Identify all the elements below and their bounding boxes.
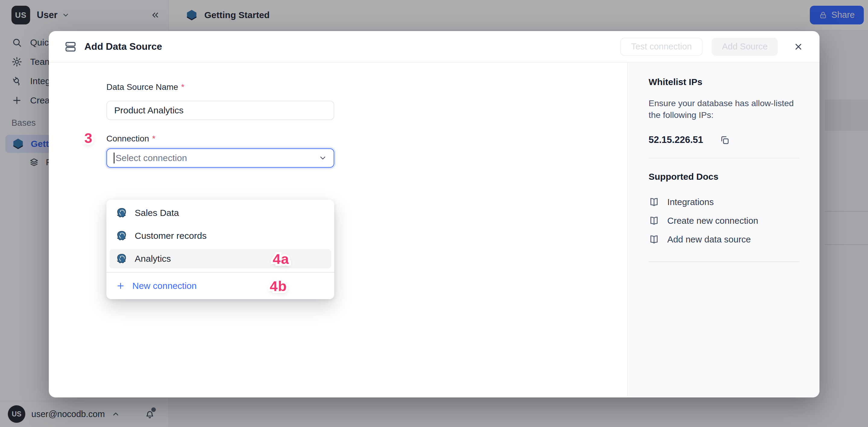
close-icon: [794, 42, 803, 52]
book-icon: [649, 234, 659, 245]
doc-link-create-connection[interactable]: Create new connection: [649, 211, 800, 230]
copy-icon: [719, 135, 730, 145]
step-annotation-3: 3: [84, 130, 93, 146]
whitelist-description: Ensure your database has allow-listed th…: [649, 97, 800, 121]
server-stack-icon: [64, 41, 76, 53]
ip-row: 52.15.226.51: [649, 134, 800, 145]
postgres-icon: [116, 230, 127, 242]
book-icon: [649, 196, 659, 208]
postgres-icon: [116, 207, 127, 219]
modal-header: Add Data Source Test connection Add Sour…: [49, 31, 819, 62]
doc-link-label: Add new data source: [667, 234, 751, 245]
supported-docs-title: Supported Docs: [649, 172, 800, 182]
required-asterisk: *: [152, 134, 156, 144]
whitelist-title: Whitelist IPs: [649, 77, 800, 87]
name-field-label: Data Source Name *: [106, 82, 627, 92]
option-label: Customer records: [135, 231, 207, 241]
connection-field-label: Connection *: [106, 133, 627, 144]
data-source-name-input[interactable]: [106, 101, 334, 120]
panel-divider: [649, 158, 800, 159]
plus-icon: [116, 281, 125, 291]
step-annotation-4a: 4a: [273, 251, 289, 267]
option-sales-data[interactable]: Sales Data: [110, 203, 331, 222]
step-annotation-4b: 4b: [270, 277, 287, 294]
add-data-source-modal: Add Data Source Test connection Add Sour…: [49, 31, 819, 397]
connection-dropdown: Sales Data Customer records Analytics 4a: [106, 200, 334, 299]
help-side-panel: Whitelist IPs Ensure your database has a…: [627, 62, 819, 397]
data-source-form: Data Source Name * Connection * Select c…: [49, 62, 627, 397]
book-icon: [649, 215, 659, 226]
new-connection-option[interactable]: New connection 4b: [106, 276, 334, 296]
copy-ip-button[interactable]: [719, 134, 730, 145]
select-placeholder: Select connection: [116, 153, 187, 163]
doc-link-label: Create new connection: [667, 216, 758, 226]
option-customer-records[interactable]: Customer records: [110, 226, 331, 245]
whitelist-ip: 52.15.226.51: [649, 134, 703, 145]
option-label: Analytics: [135, 254, 171, 264]
dropdown-divider: [106, 272, 334, 273]
doc-link-label: Integrations: [667, 197, 714, 207]
option-label: Sales Data: [135, 208, 179, 218]
modal-title: Add Data Source: [84, 41, 162, 52]
test-connection-button[interactable]: Test connection: [620, 38, 703, 56]
text-cursor: [114, 153, 115, 163]
add-source-button[interactable]: Add Source: [712, 38, 778, 56]
chevron-down-icon: [318, 154, 327, 162]
panel-divider: [649, 262, 800, 262]
new-connection-label: New connection: [132, 281, 196, 291]
required-asterisk: *: [181, 82, 184, 92]
connection-select[interactable]: Select connection: [106, 148, 334, 167]
doc-link-integrations[interactable]: Integrations: [649, 193, 800, 211]
modal-body: Data Source Name * Connection * Select c…: [49, 62, 819, 397]
postgres-icon: [116, 253, 127, 265]
option-analytics[interactable]: Analytics 4a: [110, 249, 331, 268]
docs-list: Integrations Create new connection Add n…: [649, 193, 800, 249]
doc-link-add-data-source[interactable]: Add new data source: [649, 230, 800, 249]
close-button[interactable]: [793, 41, 804, 52]
